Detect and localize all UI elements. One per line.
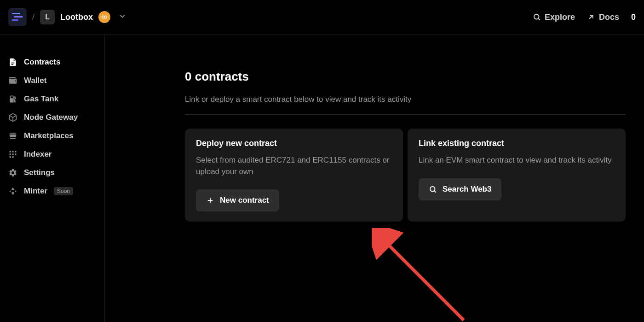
gear-icon [8,168,17,177]
marketplace-icon [8,131,17,141]
svg-point-2 [534,14,539,19]
sidebar-item-label: Settings [24,168,55,177]
sidebar: Contracts Wallet Gas Tank Node Gateway M… [0,35,105,322]
sidebar-item-label: Gas Tank [24,94,58,104]
sidebar-item-node-gateway[interactable]: Node Gateway [0,108,104,127]
header-right: Explore Docs 0 [533,12,636,22]
link-existing-contract-card: Link existing contract Link an EVM smart… [408,129,626,222]
plus-icon [206,196,214,205]
explore-label: Explore [545,12,575,22]
sidebar-item-contracts[interactable]: Contracts [0,53,104,71]
minter-icon [8,187,17,196]
svg-line-17 [434,191,436,192]
search-icon [533,13,541,21]
explore-link[interactable]: Explore [533,12,575,22]
svg-point-16 [430,187,435,192]
indexer-icon [8,150,17,159]
sidebar-item-label: Node Gateway [24,113,78,122]
wallet-icon [8,76,17,85]
svg-rect-6 [10,151,11,152]
sidebar-item-label: Minter [24,187,47,196]
credit-count: 0 [631,12,636,22]
svg-point-0 [102,16,104,18]
search-web3-button[interactable]: Search Web3 [419,178,501,200]
external-link-icon [587,13,595,21]
card-description: Select from audited ERC721 and ERC1155 c… [196,155,392,177]
sidebar-item-label: Contracts [24,58,60,67]
node-gateway-icon [8,113,17,122]
button-label: Search Web3 [443,185,491,194]
button-label: New contract [220,196,269,205]
svg-rect-8 [15,151,16,152]
breadcrumb-separator: / [32,12,34,22]
svg-rect-12 [10,156,11,158]
project-avatar: L [40,10,55,24]
sidebar-item-label: Marketplaces [24,131,74,141]
sidebar-item-label: Wallet [24,76,46,85]
project-name[interactable]: Lootbox [60,12,93,22]
annotation-arrow-icon [372,228,473,322]
search-icon [429,185,437,193]
svg-rect-7 [12,151,13,152]
project-dropdown-chevron[interactable] [118,12,127,23]
new-contract-button[interactable]: New contract [196,189,279,211]
sidebar-item-minter[interactable]: Minter Soon [0,182,104,200]
card-title: Link existing contract [419,139,615,148]
docs-label: Docs [599,12,619,22]
card-description: Link an EVM smart contract to view and t… [419,155,615,166]
chevron-down-icon [118,12,127,21]
svg-line-3 [538,18,540,20]
soon-badge: Soon [54,187,73,195]
svg-line-4 [589,15,593,19]
header-left: / L Lootbox [8,8,127,26]
header: / L Lootbox Explore Docs 0 [0,0,644,35]
cards-container: Deploy new contract Select from audited … [185,129,626,222]
sidebar-item-label: Indexer [24,150,52,159]
svg-line-19 [383,240,464,320]
sidebar-item-wallet[interactable]: Wallet [0,71,104,90]
page-title: 0 contracts [185,70,626,84]
svg-rect-13 [12,156,13,158]
sidebar-item-gas-tank[interactable]: Gas Tank [0,90,104,108]
divider [185,114,626,115]
svg-point-1 [104,16,107,18]
gas-tank-icon [8,94,17,104]
app-logo[interactable] [8,8,27,26]
page-subtitle: Link or deploy a smart contract below to… [185,95,626,104]
svg-rect-10 [12,153,13,155]
sidebar-item-indexer[interactable]: Indexer [0,145,104,164]
deploy-new-contract-card: Deploy new contract Select from audited … [185,129,403,222]
contracts-icon [8,58,17,67]
svg-rect-9 [10,153,11,155]
docs-link[interactable]: Docs [587,12,619,22]
card-title: Deploy new contract [196,139,392,148]
main-content: 0 contracts Link or deploy a smart contr… [105,35,644,322]
sidebar-item-settings[interactable]: Settings [0,164,104,182]
svg-rect-11 [15,153,16,155]
chain-badge-icon [98,11,110,23]
sidebar-item-marketplaces[interactable]: Marketplaces [0,127,104,145]
